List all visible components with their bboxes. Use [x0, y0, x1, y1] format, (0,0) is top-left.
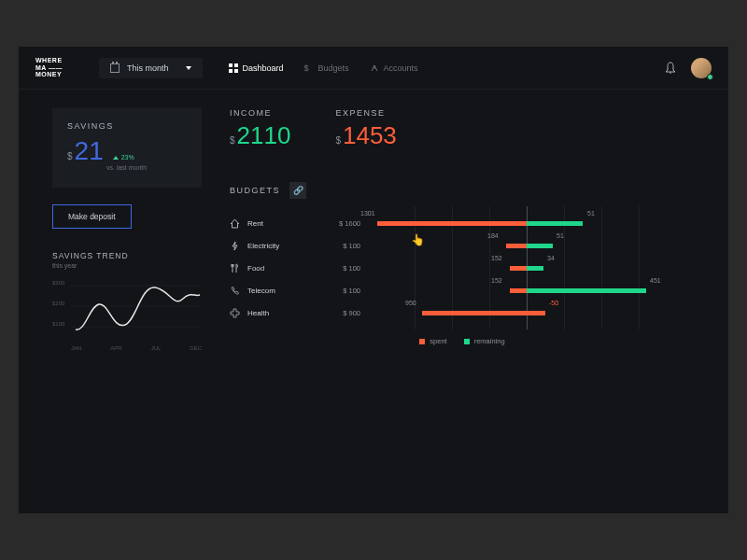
- expense-value: 1453: [343, 121, 397, 150]
- bar-row-rent: 1301 51: [377, 212, 695, 234]
- budgets-label: BUDGETS: [230, 186, 280, 195]
- header: WHERE MA —— MONEY This month Dashboard $…: [19, 47, 728, 90]
- trend-x-axis: JANAPRJULDEC: [52, 345, 202, 351]
- grid-icon: [229, 63, 238, 73]
- home-icon: [230, 218, 240, 229]
- bar-row-electricity: 184 51: [377, 234, 695, 257]
- budget-row-food: Food $ 100: [230, 257, 360, 279]
- savings-label: SAVINGS: [67, 121, 187, 131]
- savings-value: 21: [75, 136, 104, 166]
- chevron-down-icon: [186, 66, 191, 70]
- avatar[interactable]: [691, 58, 712, 78]
- nav: Dashboard $ Budgets Accounts: [229, 63, 418, 73]
- svg-rect-1: [234, 63, 238, 67]
- savings-delta: 23%: [113, 154, 134, 161]
- currency-symbol: $: [67, 151, 73, 161]
- nav-dashboard[interactable]: Dashboard: [229, 63, 284, 73]
- up-triangle-icon: [113, 156, 119, 160]
- income-label: INCOME: [230, 108, 290, 118]
- savings-trend-chart: $300 $200 $100: [52, 278, 202, 343]
- app-window: WHERE MA —— MONEY This month Dashboard $…: [19, 47, 728, 513]
- budget-row-health: Health $ 900: [230, 301, 360, 324]
- right-column: INCOME $2110 EXPENSE $1453 BUDGETS 🔗 Ren…: [230, 108, 695, 351]
- trend-label: SAVINGS TREND: [52, 251, 202, 260]
- nav-accounts[interactable]: Accounts: [370, 63, 418, 73]
- bolt-icon: [230, 241, 240, 251]
- trend-sub: this year: [52, 262, 202, 269]
- income-value: 2110: [237, 121, 291, 150]
- bar-row-food: 152 34: [377, 257, 695, 279]
- main: SAVINGS $ 21 23% vs. last month Make dep…: [19, 90, 728, 370]
- expense-stat: EXPENSE $1453: [335, 108, 396, 150]
- budget-row-telecom: Telecom $ 100: [230, 279, 360, 301]
- budgets-header: BUDGETS 🔗: [230, 182, 695, 199]
- budget-list: Rent $ 1600 Electricity $ 100 Food $ 100: [230, 212, 360, 324]
- chart-legend: spent remaining: [230, 337, 695, 345]
- budget-chart: 1301 51 184 51 152: [377, 212, 695, 324]
- nav-label: Accounts: [384, 63, 418, 73]
- legend-remaining: remaining: [464, 337, 505, 345]
- period-selector[interactable]: This month: [99, 58, 203, 78]
- square-icon: [464, 339, 470, 344]
- link-icon[interactable]: 🔗: [289, 182, 306, 199]
- notifications-icon[interactable]: [665, 62, 676, 75]
- budget-table: Rent $ 1600 Electricity $ 100 Food $ 100: [230, 212, 695, 324]
- income-stat: INCOME $2110: [230, 108, 290, 150]
- health-icon: [230, 308, 240, 318]
- nav-label: Dashboard: [243, 63, 284, 73]
- logo: WHERE MA —— MONEY: [35, 57, 73, 78]
- svg-rect-2: [229, 69, 233, 73]
- rocket-icon: [370, 63, 379, 73]
- calendar-icon: [110, 63, 120, 73]
- period-label: This month: [127, 63, 169, 73]
- budget-row-rent: Rent $ 1600: [230, 212, 360, 234]
- nav-budgets[interactable]: $ Budgets: [304, 63, 349, 73]
- budget-row-electricity: Electricity $ 100: [230, 234, 360, 257]
- phone-icon: [230, 286, 240, 296]
- legend-spent: spent: [419, 337, 446, 345]
- svg-rect-0: [229, 63, 233, 67]
- make-deposit-button[interactable]: Make deposit: [52, 204, 132, 229]
- top-stats: INCOME $2110 EXPENSE $1453: [230, 108, 695, 150]
- savings-delta-sub: vs. last month: [106, 164, 187, 171]
- svg-rect-3: [234, 69, 238, 73]
- square-icon: [419, 339, 425, 344]
- food-icon: [230, 263, 240, 273]
- bar-row-health: 950 -50: [377, 301, 695, 324]
- expense-label: EXPENSE: [335, 108, 396, 118]
- savings-card: SAVINGS $ 21 23% vs. last month: [52, 108, 202, 188]
- left-column: SAVINGS $ 21 23% vs. last month Make dep…: [52, 108, 202, 351]
- dollar-icon: $: [304, 63, 314, 73]
- nav-label: Budgets: [318, 63, 349, 73]
- bar-row-telecom: 152 451: [377, 279, 695, 301]
